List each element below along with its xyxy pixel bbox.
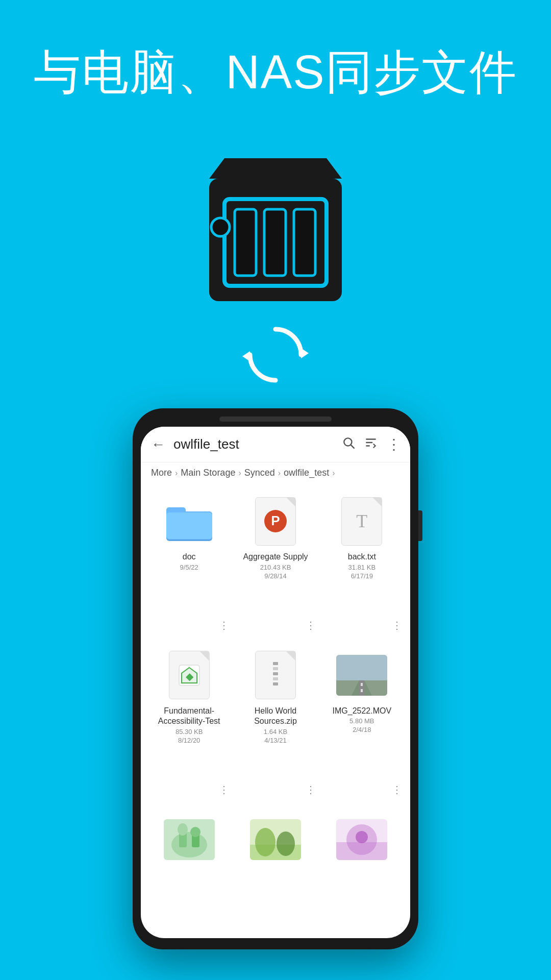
svg-rect-30 — [359, 680, 364, 696]
svg-point-38 — [190, 827, 201, 837]
phone-notch — [219, 416, 332, 422]
search-icon[interactable] — [342, 436, 355, 453]
svg-point-34 — [171, 832, 207, 857]
svg-marker-7 — [301, 348, 309, 358]
phone-mockup: ← owlfile_test ⋮ More › Main Storage › S… — [133, 408, 418, 949]
svg-rect-17 — [166, 512, 212, 539]
file-more-epub[interactable]: ⋮ — [219, 783, 229, 796]
file-meta-ppt-size: 210.43 KB — [260, 564, 291, 571]
zip-icon — [250, 650, 301, 701]
file-more-txt[interactable]: ⋮ — [392, 619, 402, 631]
file-more-zip[interactable]: ⋮ — [306, 783, 316, 796]
file-item-ppt[interactable]: P Aggregate Supply 210.43 KB 9/28/14 ⋮ — [232, 488, 318, 643]
file-more-doc[interactable]: ⋮ — [219, 619, 229, 631]
svg-rect-24 — [273, 667, 278, 670]
file-item-img3[interactable] — [319, 807, 405, 933]
svg-rect-26 — [273, 677, 278, 680]
file-meta-epub-size: 85.30 KB — [176, 728, 203, 736]
svg-marker-1 — [209, 158, 342, 179]
nas-icon — [194, 143, 357, 306]
file-name-epub: Fundamental-Accessibility-Test — [150, 706, 228, 727]
breadcrumb: More › Main Storage › Synced › owlfile_t… — [141, 462, 410, 483]
svg-line-10 — [351, 445, 354, 448]
file-name-ppt: Aggregate Supply — [243, 552, 308, 562]
svg-point-41 — [255, 828, 276, 856]
file-item-doc[interactable]: doc 9/5/22 ⋮ — [146, 488, 232, 643]
breadcrumb-more[interactable]: More — [151, 468, 172, 478]
breadcrumb-synced[interactable]: Synced — [244, 468, 275, 478]
phone-screen: ← owlfile_test ⋮ More › Main Storage › S… — [141, 427, 410, 938]
sync-icon — [242, 322, 309, 388]
file-item-txt[interactable]: T back.txt 31.81 KB 6/17/19 ⋮ — [319, 488, 405, 643]
breadcrumb-main-storage[interactable]: Main Storage — [181, 468, 235, 478]
svg-rect-27 — [273, 682, 278, 685]
file-grid: doc 9/5/22 ⋮ P Aggregate Supply 210.43 — [141, 483, 410, 938]
img2-icon — [250, 814, 301, 865]
file-meta-txt-size: 31.81 KB — [348, 564, 376, 571]
phone-button — [418, 510, 422, 541]
page-title: 与电脑、NAS同步文件 — [0, 41, 551, 104]
breadcrumb-sep-4: › — [332, 469, 335, 478]
file-item-img1[interactable] — [146, 807, 232, 933]
file-meta-mov-size: 5.80 MB — [349, 717, 374, 725]
svg-text:◆: ◆ — [185, 671, 193, 682]
folder-icon — [164, 496, 215, 547]
file-meta-zip-size: 1.64 KB — [264, 728, 287, 736]
img3-icon — [336, 814, 387, 865]
file-meta-mov-date: 2/4/18 — [353, 726, 371, 733]
file-meta-txt-date: 6/17/19 — [351, 572, 373, 580]
svg-point-37 — [178, 823, 188, 836]
mov-icon — [336, 650, 387, 701]
back-button[interactable]: ← — [151, 436, 165, 453]
file-item-mov[interactable]: IMG_2522.MOV 5.80 MB 2/4/18 ⋮ — [319, 643, 405, 807]
svg-point-42 — [277, 831, 295, 856]
file-meta-doc: 9/5/22 — [180, 564, 198, 571]
app-bar-actions: ⋮ — [342, 436, 400, 453]
svg-point-6 — [211, 218, 230, 236]
file-name-txt: back.txt — [348, 552, 376, 562]
file-item-zip[interactable]: Hello World Sources.zip 1.64 KB 4/13/21 … — [232, 643, 318, 807]
svg-point-46 — [356, 831, 368, 843]
svg-rect-31 — [361, 683, 363, 686]
file-name-mov: IMG_2522.MOV — [333, 706, 392, 717]
svg-rect-32 — [361, 689, 363, 692]
file-meta-zip-date: 4/13/21 — [264, 737, 286, 744]
svg-rect-4 — [264, 209, 286, 276]
img1-icon — [164, 814, 215, 865]
sort-icon[interactable] — [364, 436, 378, 453]
breadcrumb-sep-1: › — [175, 469, 178, 478]
more-icon[interactable]: ⋮ — [387, 436, 400, 453]
file-name-doc: doc — [183, 552, 196, 562]
svg-marker-8 — [242, 351, 250, 361]
breadcrumb-sep-3: › — [278, 469, 281, 478]
svg-rect-25 — [273, 672, 278, 675]
app-bar-title: owlfile_test — [173, 436, 342, 452]
breadcrumb-owlfile[interactable]: owlfile_test — [284, 468, 329, 478]
file-name-zip: Hello World Sources.zip — [236, 706, 314, 727]
breadcrumb-sep-2: › — [238, 469, 241, 478]
epub-icon: ◆ — [164, 650, 215, 701]
file-meta-epub-date: 8/12/20 — [178, 737, 200, 744]
svg-rect-3 — [235, 209, 256, 276]
file-item-epub[interactable]: ◆ Fundamental-Accessibility-Test 85.30 K… — [146, 643, 232, 807]
svg-rect-23 — [273, 662, 278, 665]
svg-text:P: P — [271, 513, 280, 528]
file-meta-ppt-date: 9/28/14 — [264, 572, 286, 580]
txt-icon: T — [336, 496, 387, 547]
svg-rect-5 — [294, 209, 315, 276]
file-more-mov[interactable]: ⋮ — [392, 783, 402, 796]
file-more-ppt[interactable]: ⋮ — [306, 619, 316, 631]
ppt-icon: P — [250, 496, 301, 547]
app-bar: ← owlfile_test ⋮ — [141, 427, 410, 462]
file-item-img2[interactable] — [232, 807, 318, 933]
